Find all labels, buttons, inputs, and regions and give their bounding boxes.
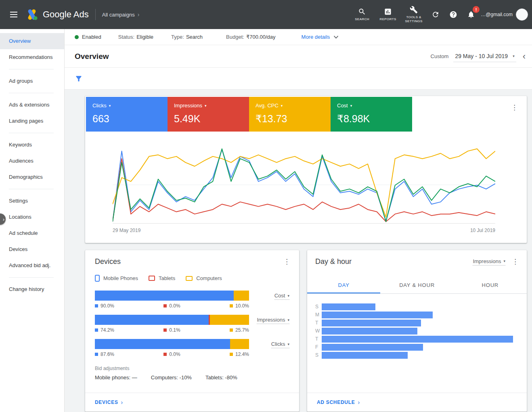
chevron-down-icon [333,36,339,39]
day-label: T [315,336,322,342]
sidebar-item-ad-groups[interactable]: Ad groups [0,73,64,89]
devices-legend: Mobile Phones Tablets Computers [85,275,299,282]
sidebar-item-audiences[interactable]: Audiences [0,153,64,169]
sidebar-item-advanced-bid-adj[interactable]: Advanced bid adj. [0,257,64,274]
sidebar-item-keywords[interactable]: Keywords [0,137,64,153]
devices-row-cost: 90.0% 0.0% 10.0% Cost▾ [95,291,289,309]
sidebar-item-landing-pages[interactable]: Landing pages [0,113,64,129]
computer-swatch [230,328,233,332]
budget-value: ₹700.00/day [246,34,276,40]
devices-row-impressions: 74.2% 0.1% 25.7% Impressions▾ [95,315,289,333]
sidebar-item-recommendations[interactable]: Recommendations [0,49,64,65]
sidebar-item-change-history[interactable]: Change history [0,281,64,297]
dropdown-arrow-icon: ▾ [513,54,515,58]
metric-dropdown-clicks[interactable]: Clicks▾ [271,341,289,348]
more-details-button[interactable]: More details [302,34,339,40]
tablet-swatch [163,304,167,307]
main-area: Enabled Status: Eligible Type: Search Bu… [65,29,532,412]
tablet-pct: 0.0% [169,303,180,309]
scorecard-impressions[interactable]: Impressions▾ 5.49K [168,97,249,132]
divider [9,69,54,69]
breadcrumb[interactable]: All campaigns › [102,11,140,18]
bid-adjustment-tablets: Tablets: -80% [205,374,237,381]
devices-card-title: Devices [95,257,121,266]
sidebar-item-settings[interactable]: Settings [0,193,64,209]
dropdown-arrow-icon: ▾ [109,104,111,108]
bid-adjustments-row: Mobile phones: — Computers: -10% Tablets… [85,374,299,381]
dropdown-arrow-icon: ▾ [503,259,505,263]
sidebar-item-locations[interactable]: Locations [0,209,64,225]
stacked-bar [95,291,249,301]
legend-label: Tablets [159,275,175,281]
scorecard-value: ₹8.98K [337,113,406,125]
metric-label: Cost [274,293,285,299]
day-bar [322,344,423,351]
scorecard-clicks[interactable]: Clicks▾ 663 [86,97,168,132]
ad-schedule-link[interactable]: AD SCHEDULE › [307,393,527,412]
sidebar-item-ad-schedule[interactable]: Ad schedule [0,225,64,241]
chevron-right-icon: › [3,216,4,222]
divider [9,189,54,189]
date-range-selector[interactable]: 29 May - 10 Jul 2019 ▾ [453,50,516,62]
card-menu-icon[interactable]: ⋮ [512,258,519,265]
stacked-bar [95,339,249,349]
day-bar [322,312,433,318]
more-details-label: More details [302,34,330,40]
type-value: Search [186,34,203,40]
x-axis-end-label: 10 Jul 2019 [470,228,495,233]
impressions-by-day-chart[interactable]: S M T W T F S [307,294,527,359]
metric-dropdown-cost[interactable]: Cost▾ [274,293,289,300]
scorecard-cost[interactable]: Cost▾ ₹8.98K [331,97,412,132]
computer-swatch [230,304,233,307]
day-label: M [315,312,322,318]
account-email[interactable]: …@gmail.com [481,12,513,17]
avatar[interactable] [516,8,528,21]
refresh-button[interactable] [427,6,444,23]
notification-badge: ! [473,6,480,13]
metric-label: Impressions [473,258,501,264]
dropdown-arrow-icon: ▾ [287,342,289,346]
notifications-button[interactable]: ! [462,6,480,23]
scorecard-value: ₹13.73 [256,113,324,125]
scorecard-avg-cpc[interactable]: Avg. CPC▾ ₹13.73 [249,97,331,132]
devices-link[interactable]: DEVICES › [85,393,299,412]
performance-line-chart[interactable]: 29 May 2019 10 Jul 2019 [85,132,527,233]
topbar: Google Ads All campaigns › SEARCH REPORT… [0,0,532,29]
tablet-swatch [163,353,167,356]
search-button[interactable]: SEARCH [349,8,375,21]
bid-adjustment-computers: Computers: -10% [151,374,192,381]
sidebar-item-overview[interactable]: Overview [0,33,64,49]
tablet-icon [149,276,155,281]
status-value: Eligible [136,34,153,40]
tab-hour[interactable]: HOUR [454,276,527,293]
sidebar-item-devices[interactable]: Devices [0,241,64,257]
google-ads-logo[interactable]: Google Ads [25,8,89,21]
sidebar-item-demographics[interactable]: Demographics [0,169,64,185]
tab-day-and-hour[interactable]: DAY & HOUR [380,276,453,293]
card-menu-icon[interactable]: ⋮ [511,104,518,111]
collapse-panel-icon[interactable]: ‹ [523,52,526,61]
filter-icon[interactable] [75,75,83,83]
tools-settings-button[interactable]: TOOLS & SETTINGS [401,6,427,24]
reports-button[interactable]: REPORTS [375,8,401,21]
card-menu-icon[interactable]: ⋮ [283,258,290,265]
refresh-icon [431,10,440,19]
status-label: Status: [118,34,134,40]
metric-dropdown-day-hour[interactable]: Impressions▾ [473,258,505,266]
chevron-right-icon: › [121,399,123,406]
help-button[interactable] [444,6,462,23]
tablet-pct: 0.0% [169,351,180,357]
metric-dropdown-impressions[interactable]: Impressions▾ [257,317,289,324]
reports-label: REPORTS [379,17,396,21]
menu-icon[interactable] [6,6,22,23]
mobile-pct: 90.0% [101,303,114,309]
day-label: W [315,328,322,334]
scorecard-value: 5.49K [174,113,243,125]
sidebar-item-ads-extensions[interactable]: Ads & extensions [0,97,64,113]
page-header: Overview Custom 29 May - 10 Jul 2019 ▾ ‹ [65,45,532,68]
tab-day[interactable]: DAY [307,276,380,293]
tablet-pct: 0.1% [169,327,180,333]
page-title: Overview [75,52,109,61]
stacked-bar [95,315,249,325]
date-range-value: 29 May - 10 Jul 2019 [455,53,508,59]
